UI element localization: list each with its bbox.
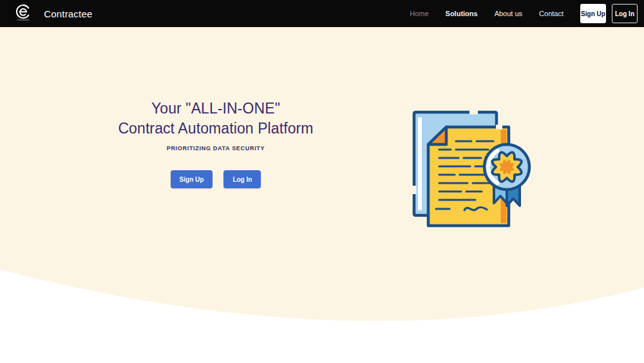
nav-link-about-us[interactable]: About us bbox=[495, 10, 522, 17]
contract-certificate-illustration bbox=[399, 98, 547, 240]
nav-link-solutions[interactable]: Solutions bbox=[446, 10, 478, 17]
title-line-1: Your "ALL-IN-ONE" bbox=[151, 100, 280, 117]
navbar: Contractee Contractee Home Solutions Abo… bbox=[0, 0, 644, 27]
brand-name: Contractee bbox=[44, 8, 92, 19]
hero-text-block: Your "ALL-IN-ONE" Contract Automation Pl… bbox=[71, 99, 361, 188]
nav-auth-buttons: Sign Up Log In bbox=[580, 4, 638, 23]
nav-links: Home Solutions About us Contact Sign Up … bbox=[410, 4, 638, 23]
cta-row: Sign Up Log In bbox=[71, 170, 361, 188]
page-title: Your "ALL-IN-ONE" Contract Automation Pl… bbox=[71, 99, 361, 139]
landing-page: Contractee Contractee Home Solutions Abo… bbox=[0, 0, 644, 363]
nav-link-contact[interactable]: Contact bbox=[539, 10, 564, 17]
title-line-2: Contract Automation Platform bbox=[118, 120, 313, 137]
contractee-logo-icon: Contractee bbox=[9, 4, 37, 24]
hero-signup-button[interactable]: Sign Up bbox=[171, 170, 213, 188]
nav-login-button[interactable]: Log In bbox=[612, 4, 638, 23]
logo-caption: Contractee bbox=[17, 19, 30, 21]
hero-login-button[interactable]: Log In bbox=[223, 170, 261, 188]
brand-logo[interactable]: Contractee Contractee bbox=[9, 4, 93, 24]
hero-subtitle: PRIORITIZING DATA SECURITY bbox=[71, 145, 361, 152]
nav-link-home[interactable]: Home bbox=[410, 10, 428, 17]
nav-signup-button[interactable]: Sign Up bbox=[580, 4, 606, 23]
